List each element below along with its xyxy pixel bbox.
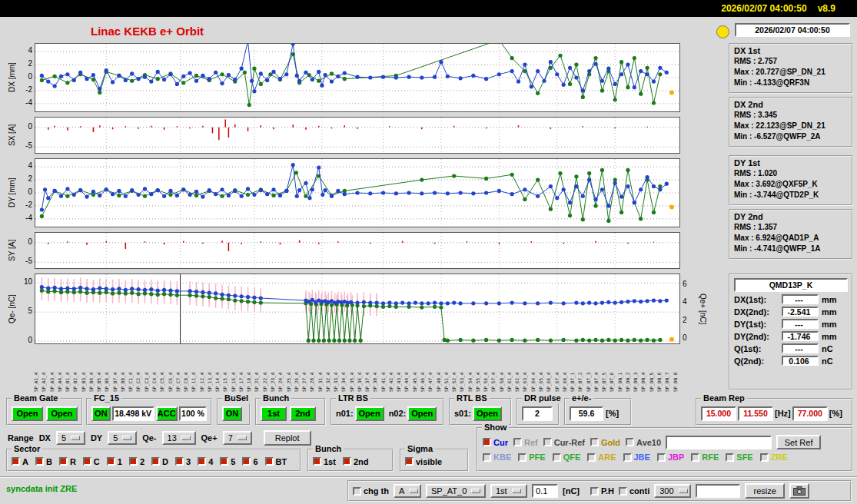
checkbox-cur-ref[interactable]: Cur-Ref — [543, 438, 585, 447]
checkbox-indicator[interactable] — [543, 438, 552, 446]
max-value: Max : 20.727@SP_DN_21 — [734, 67, 848, 78]
free-entry[interactable] — [696, 484, 740, 498]
checkbox-indicator[interactable] — [129, 457, 138, 466]
bunch-2nd-button[interactable]: 2nd — [290, 406, 316, 421]
min-value: Min : -3.744@QTD2P_K — [734, 190, 848, 201]
checkbox-indicator[interactable] — [513, 438, 522, 446]
checkbox-indicator[interactable] — [35, 457, 44, 466]
checkbox-cur[interactable]: Cur — [483, 438, 508, 447]
axis-tick-label: 2 — [28, 59, 32, 68]
checkbox-6[interactable]: 6 — [242, 457, 257, 466]
checkbox-indicator[interactable] — [587, 453, 596, 462]
bpm-value-unit: mm — [822, 307, 837, 317]
checkbox-jbp[interactable]: JBP — [657, 453, 684, 462]
checkbox-indicator[interactable] — [623, 453, 632, 462]
checkbox-bt[interactable]: BT — [265, 457, 287, 466]
range-qe-plus-select[interactable]: 7 — [223, 431, 252, 445]
checkbox-2[interactable]: 2 — [129, 457, 144, 466]
show-row1-checkbox-list: CurRefCur-RefGoldAve10 — [483, 438, 661, 447]
checkbox-indicator[interactable] — [198, 457, 206, 466]
threshold-entry[interactable]: 0.1 — [532, 484, 558, 498]
fc15-acc-button[interactable]: ACC — [156, 406, 178, 421]
checkbox-indicator[interactable] — [657, 453, 666, 462]
beam-gate-open-1-button[interactable]: Open — [12, 406, 43, 421]
checkbox-indicator[interactable] — [107, 457, 115, 466]
bunch-1st-button[interactable]: 1st — [261, 406, 287, 421]
group-label: e+/e- — [570, 393, 593, 403]
checkbox-indicator[interactable] — [518, 453, 526, 462]
checkbox-indicator[interactable] — [83, 457, 91, 466]
checkbox-indicator[interactable] — [590, 438, 599, 446]
checkbox-indicator[interactable] — [553, 453, 561, 462]
checkbox-1[interactable]: 1 — [107, 457, 122, 466]
checkbox-ave10[interactable]: Ave10 — [626, 438, 661, 447]
checkbox-sfe[interactable]: SFE — [726, 453, 752, 462]
checkbox-indicator[interactable] — [151, 457, 160, 466]
checkbox-2nd[interactable]: 2nd — [343, 457, 369, 466]
range-dx-select[interactable]: 5 — [56, 431, 85, 445]
ltr-n01-open-button[interactable]: Open — [355, 406, 384, 421]
checkbox-gold[interactable]: Gold — [590, 438, 620, 447]
checkbox-indicator[interactable] — [626, 438, 634, 446]
resize-button[interactable]: resize — [745, 483, 785, 499]
checkbox-indicator[interactable] — [405, 457, 414, 466]
screenshot-button[interactable] — [789, 483, 809, 499]
checkbox-indicator[interactable] — [619, 487, 627, 496]
ph-checkbox[interactable]: P.H — [590, 486, 614, 496]
bpm-name-label: SP_28_4 — [310, 347, 314, 392]
ref-file-entry[interactable] — [666, 436, 772, 449]
replot-button[interactable]: Replot — [264, 430, 311, 446]
checkbox-indicator[interactable] — [12, 457, 20, 466]
rtl-s01-open-button[interactable]: Open — [473, 406, 502, 421]
busel-on-button[interactable]: ON — [222, 406, 242, 421]
checkbox-4[interactable]: 4 — [198, 457, 213, 466]
checkbox-indicator[interactable] — [175, 457, 184, 466]
mode-select[interactable]: A — [394, 484, 421, 498]
checkbox-indicator[interactable] — [313, 457, 321, 466]
checkbox-indicator[interactable] — [353, 487, 361, 496]
checkbox-3[interactable]: 3 — [175, 457, 191, 466]
range-qe-minus-select[interactable]: 13 — [162, 431, 196, 445]
checkbox-indicator[interactable] — [590, 487, 599, 496]
checkbox-ref[interactable]: Ref — [513, 438, 538, 447]
checkbox-indicator[interactable] — [483, 438, 491, 446]
group-label: LTR BS — [336, 393, 370, 403]
checkbox-indicator[interactable] — [59, 457, 68, 466]
checkbox-indicator[interactable] — [242, 457, 251, 466]
checkbox-c[interactable]: C — [83, 457, 100, 466]
fc15-on-button[interactable]: ON — [91, 406, 111, 421]
beam-gate-open-2-button[interactable]: Open — [46, 406, 78, 421]
range-dy-select[interactable]: 5 — [108, 431, 137, 445]
checkbox-label: D — [162, 457, 168, 466]
checkbox-jbe[interactable]: JBE — [623, 453, 650, 462]
bpm-select[interactable]: SP_AT_0 — [426, 484, 486, 498]
checkbox-kbe[interactable]: KBE — [483, 453, 511, 462]
checkbox-indicator[interactable] — [343, 457, 351, 466]
selected-bpm-name[interactable]: QMD13P_K — [734, 278, 848, 292]
set-ref-button[interactable]: Set Ref — [776, 435, 821, 449]
checkbox-r[interactable]: R — [59, 457, 76, 466]
conti-checkbox[interactable]: conti — [619, 486, 649, 496]
checkbox-rfe[interactable]: RFE — [691, 453, 719, 462]
checkbox-1st[interactable]: 1st — [313, 457, 336, 466]
chg-th-checkbox[interactable]: chg th — [353, 486, 389, 496]
checkbox-5[interactable]: 5 — [220, 457, 235, 466]
checkbox-zre[interactable]: ZRE — [760, 453, 788, 462]
checkbox-d[interactable]: D — [151, 457, 168, 466]
checkbox-a[interactable]: A — [12, 457, 28, 466]
checkbox-qfe[interactable]: QFE — [553, 453, 581, 462]
bunch-select[interactable]: 1st — [490, 484, 527, 498]
ltr-n02-open-button[interactable]: Open — [407, 406, 437, 421]
checkbox-indicator[interactable] — [691, 453, 699, 462]
checkbox-indicator[interactable] — [760, 453, 769, 462]
checkbox-indicator[interactable] — [265, 457, 274, 466]
checkbox-visible[interactable]: visible — [405, 457, 442, 466]
checkbox-indicator[interactable] — [220, 457, 228, 466]
checkbox-indicator[interactable] — [483, 453, 491, 462]
count-select[interactable]: 300 — [654, 484, 691, 498]
checkbox-are[interactable]: ARE — [587, 453, 616, 462]
checkbox-b[interactable]: B — [35, 457, 52, 466]
bpm-name-label: SP_54_4 — [468, 347, 473, 392]
checkbox-indicator[interactable] — [726, 453, 734, 462]
checkbox-pfe[interactable]: PFE — [518, 453, 545, 462]
